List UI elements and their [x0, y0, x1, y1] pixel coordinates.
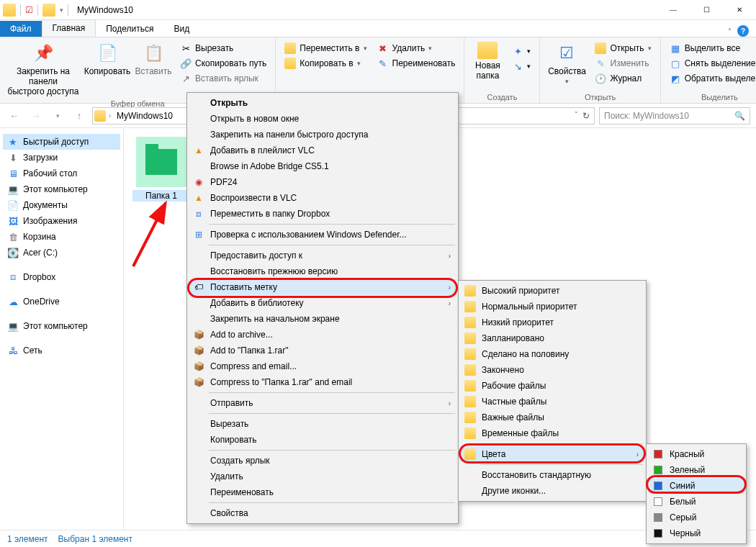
sidebar-item-onedrive[interactable]: ☁OneDrive: [3, 294, 120, 309]
ctx-priority-normal[interactable]: Нормальный приоритет: [460, 299, 644, 315]
ctx-done[interactable]: Закончено: [460, 362, 644, 378]
ribbon-tabs: Файл Главная Поделиться Вид ˄ ?: [0, 20, 756, 37]
ctx-work-files[interactable]: Рабочие файлы: [460, 378, 644, 394]
ctx-priority-high[interactable]: Высокий приоритет: [460, 283, 644, 299]
ctx-compress-rar-email[interactable]: 📦Compress to "Папка 1.rar" and email: [189, 374, 456, 390]
qat-dropdown-icon[interactable]: ▾: [60, 6, 63, 14]
pin-quickaccess-button[interactable]: 📌 Закрепить на панели быстрого доступа: [6, 40, 81, 98]
ctx-restore-default[interactable]: Восстановить стандартную: [460, 467, 644, 483]
ctx-add-rar[interactable]: 📦Add to "Папка 1.rar": [189, 343, 456, 358]
sidebar-item-dropbox[interactable]: ⧈Dropbox: [3, 269, 120, 285]
sidebar-item-thispc[interactable]: 💻Этот компьютер: [3, 318, 120, 334]
ctx-pin-start[interactable]: Закрепить на начальном экране: [189, 311, 456, 327]
ctx-private-files[interactable]: Частные файлы: [460, 394, 644, 410]
ctx-planned[interactable]: Запланировано: [460, 330, 644, 346]
ctx-vlc-play[interactable]: ▲Воспроизвести в VLC: [189, 190, 456, 206]
ctx-compress-email[interactable]: 📦Compress and email...: [189, 358, 456, 374]
delete-button[interactable]: ✖Удалить: [374, 42, 459, 55]
breadcrumb[interactable]: MyWindows10: [114, 111, 176, 121]
ctx-copy[interactable]: Копировать: [189, 432, 456, 448]
ctx-restore-version[interactable]: Восстановить прежнюю версию: [189, 263, 456, 279]
move-to-button[interactable]: Переместить в: [282, 42, 369, 55]
ctx-color-blue[interactable]: Синий: [648, 478, 744, 494]
copy-to-button[interactable]: Копировать в: [282, 57, 369, 70]
ribbon-collapse-icon[interactable]: ˄: [728, 27, 732, 35]
select-none-button[interactable]: ▢Снять выделение: [667, 57, 756, 70]
forward-button[interactable]: →: [27, 107, 45, 125]
ctx-color-white[interactable]: Белый: [648, 494, 744, 510]
tab-file[interactable]: Файл: [0, 21, 42, 37]
ctx-color-black[interactable]: Черный: [648, 525, 744, 541]
new-folder-button[interactable]: Новая папка: [470, 40, 505, 82]
qat-checkbox-icon[interactable]: ☑: [25, 5, 33, 15]
rename-button[interactable]: ✎Переименовать: [374, 57, 459, 70]
search-input[interactable]: Поиск: MyWindows10 🔍: [599, 107, 750, 125]
ctx-pdf24[interactable]: ◉PDF24: [189, 174, 456, 190]
ctx-defender[interactable]: ⊞Проверка с использованием Windows Defen…: [189, 227, 456, 243]
tab-home[interactable]: Главная: [42, 19, 96, 37]
ctx-send-to[interactable]: Отправить›: [189, 395, 456, 411]
tab-share[interactable]: Поделиться: [96, 21, 163, 37]
folder-item[interactable]: Папка 1: [132, 137, 190, 202]
sidebar-item-recycle[interactable]: 🗑Корзина: [3, 229, 120, 245]
status-count: 1 элемент: [7, 534, 48, 544]
ctx-color-gray[interactable]: Серый: [648, 510, 744, 525]
ctx-delete[interactable]: Удалить: [189, 469, 456, 484]
recent-dropdown[interactable]: ▾: [49, 107, 66, 125]
ctx-half-done[interactable]: Сделано на половину: [460, 346, 644, 362]
ctx-vlc-add[interactable]: ▲Добавить в плейлист VLC: [189, 143, 456, 158]
easy-access-button[interactable]: ↘▾: [509, 60, 534, 73]
edit-button[interactable]: ✎Изменить: [592, 57, 654, 70]
ctx-bridge[interactable]: Browse in Adobe Bridge CS5.1: [189, 158, 456, 174]
close-button[interactable]: ✕: [723, 0, 756, 20]
back-button[interactable]: ←: [6, 107, 23, 125]
sidebar-item-network[interactable]: 🖧Сеть: [3, 343, 120, 358]
sidebar-item-thispc-short[interactable]: 💻Этот компьютер: [3, 181, 120, 197]
cut-button[interactable]: ✂Вырезать: [177, 42, 269, 55]
ctx-rename[interactable]: Переименовать: [189, 484, 456, 500]
ctx-dropbox-move[interactable]: ⧈Переместить в папку Dropbox: [189, 206, 456, 222]
ctx-colors[interactable]: Цвета›: [460, 446, 644, 462]
ctx-open[interactable]: Открыть: [189, 95, 456, 111]
ctx-give-access[interactable]: Предоставить доступ к›: [189, 248, 456, 263]
up-button[interactable]: ↑: [71, 107, 88, 125]
sidebar-item-downloads[interactable]: ⬇Загрузки: [3, 150, 120, 166]
ctx-important-files[interactable]: Важные файлы: [460, 410, 644, 425]
history-button[interactable]: 🕑Журнал: [592, 72, 654, 85]
new-item-button[interactable]: ✦▾: [509, 45, 534, 58]
ctx-pin-quickaccess[interactable]: Закрепить на панели быстрого доступа: [189, 127, 456, 143]
ctx-open-new-window[interactable]: Открыть в новом окне: [189, 111, 456, 127]
ctx-color-green[interactable]: Зеленый: [648, 462, 744, 478]
help-icon[interactable]: ?: [737, 25, 749, 37]
select-all-button[interactable]: ▦Выделить все: [667, 42, 756, 55]
ctx-add-library[interactable]: Добавить в библиотеку›: [189, 295, 456, 311]
address-dropdown-icon[interactable]: ˅: [575, 111, 578, 121]
sidebar-item-pictures[interactable]: 🖼Изображения: [3, 213, 120, 229]
copy-button[interactable]: 📄 Копировать: [85, 40, 130, 98]
ctx-cut[interactable]: Вырезать: [189, 416, 456, 432]
ctx-create-shortcut[interactable]: Создать ярлык: [189, 453, 456, 469]
ctx-priority-low[interactable]: Низкий приоритет: [460, 315, 644, 330]
refresh-icon[interactable]: ↻: [582, 111, 590, 121]
ctx-color-red[interactable]: Красный: [648, 446, 744, 462]
properties-button[interactable]: ☑ Свойства ▾: [546, 40, 588, 86]
chevron-right-icon: ›: [449, 299, 451, 307]
copy-path-button[interactable]: 🔗Скопировать путь: [177, 57, 269, 70]
sidebar-item-documents[interactable]: 📄Документы: [3, 197, 120, 213]
sidebar-item-desktop[interactable]: 🖥Рабочий стол: [3, 166, 120, 181]
sidebar-item-acer[interactable]: 💽Acer (C:): [3, 245, 120, 261]
sidebar-item-quick-access[interactable]: ★Быстрый доступ: [3, 134, 120, 150]
ctx-properties[interactable]: Свойства: [189, 505, 456, 521]
invert-selection-button[interactable]: ◩Обратить выделение: [667, 72, 756, 85]
maximize-button[interactable]: ☐: [690, 0, 723, 20]
ctx-set-tag[interactable]: 🏷Поставить метку›: [189, 279, 456, 295]
ctx-add-archive[interactable]: 📦Add to archive...: [189, 327, 456, 343]
paste-shortcut-button[interactable]: ↗Вставить ярлык: [177, 72, 269, 85]
paste-icon: 📋: [142, 42, 165, 65]
ctx-other-icons[interactable]: Другие иконки...: [460, 483, 644, 499]
paste-button[interactable]: 📋 Вставить: [134, 40, 173, 98]
tab-view[interactable]: Вид: [163, 21, 199, 37]
ctx-temp-files[interactable]: Временные файлы: [460, 425, 644, 441]
open-button[interactable]: Открыть: [592, 42, 654, 55]
minimize-button[interactable]: —: [657, 0, 690, 20]
